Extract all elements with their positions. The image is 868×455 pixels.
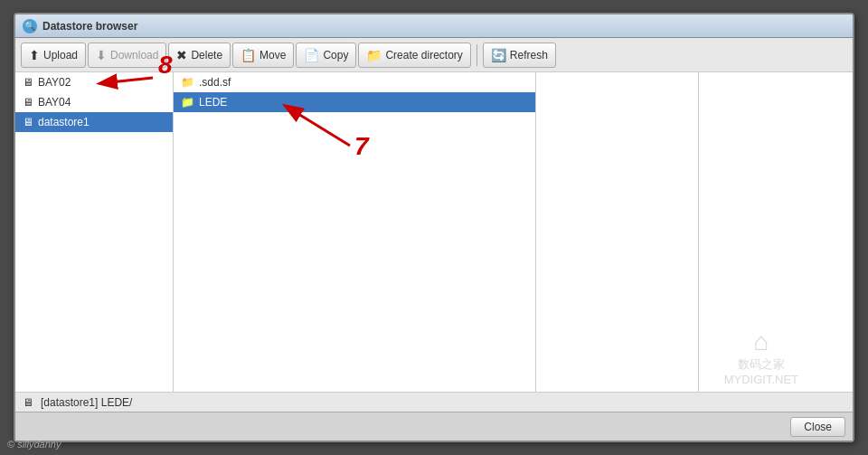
sdd-sf-label: .sdd.sf xyxy=(199,76,231,89)
status-bar: 🖥 [datastore1] LEDE/ xyxy=(15,392,853,412)
window-icon: 🔍 xyxy=(23,19,37,33)
refresh-button[interactable]: 🔄 Refresh xyxy=(483,43,556,68)
datastore1-label: datastore1 xyxy=(38,116,90,128)
upload-icon: ⬆ xyxy=(29,49,40,62)
move-icon: 📋 xyxy=(241,49,256,62)
window-title: Datastore browser xyxy=(42,20,137,33)
upload-label: Upload xyxy=(43,49,78,62)
tree-item-bay04[interactable]: 🖥 BAY04 xyxy=(15,92,173,112)
status-text: [datastore1] LEDE/ xyxy=(41,396,132,409)
refresh-icon: 🔄 xyxy=(491,49,506,62)
right-panel: 📁 .sdd.sf 📁 LEDE xyxy=(174,72,853,392)
delete-button[interactable]: ✖ Delete xyxy=(168,43,231,68)
move-label: Move xyxy=(259,49,286,62)
title-bar: 🔍 Datastore browser xyxy=(15,14,853,38)
lede-label: LEDE xyxy=(199,96,227,109)
copyright: © sillydanny xyxy=(7,439,61,450)
copy-icon: 📄 xyxy=(304,49,319,62)
bay02-label: BAY02 xyxy=(38,76,71,89)
sdd-sf-icon: 📁 xyxy=(181,76,194,89)
create-dir-icon: 📁 xyxy=(366,49,382,62)
create-directory-button[interactable]: 📁 Create directory xyxy=(358,43,470,68)
create-dir-label: Create directory xyxy=(385,49,462,62)
move-button[interactable]: 📋 Move xyxy=(232,43,294,68)
bottom-bar: Close xyxy=(15,412,853,441)
file-item-lede[interactable]: 📁 LEDE xyxy=(174,92,535,112)
left-panel: 🖥 BAY02 🖥 BAY04 🖥 datastore1 xyxy=(15,72,174,392)
empty-panel-1 xyxy=(536,72,699,392)
refresh-label: Refresh xyxy=(510,49,548,62)
download-label: Download xyxy=(110,49,158,62)
lede-icon: 📁 xyxy=(181,96,194,109)
toolbar: ⬆ Upload ⬇ Download ✖ Delete 📋 Move 📄 Co… xyxy=(15,38,853,72)
tree-item-datastore1[interactable]: 🖥 datastore1 xyxy=(15,112,173,132)
empty-panel-2 xyxy=(699,72,853,392)
copy-button[interactable]: 📄 Copy xyxy=(296,43,356,68)
bay04-icon: 🖥 xyxy=(23,96,33,109)
content-area: 🖥 BAY02 🖥 BAY04 🖥 datastore1 📁 .sdd.sf 📁 xyxy=(15,72,853,392)
tree-item-bay02[interactable]: 🖥 BAY02 xyxy=(15,72,173,92)
file-item-sdd-sf[interactable]: 📁 .sdd.sf xyxy=(174,72,535,92)
copy-label: Copy xyxy=(323,49,348,62)
status-icon: 🖥 xyxy=(23,396,33,409)
toolbar-separator xyxy=(476,44,477,66)
upload-button[interactable]: ⬆ Upload xyxy=(21,43,86,68)
close-button[interactable]: Close xyxy=(790,417,845,437)
datastore1-icon: 🖥 xyxy=(23,116,33,128)
file-panel: 📁 .sdd.sf 📁 LEDE xyxy=(174,72,536,392)
bay02-icon: 🖥 xyxy=(23,76,33,89)
download-icon: ⬇ xyxy=(96,49,107,62)
download-button[interactable]: ⬇ Download xyxy=(88,43,166,68)
bay04-label: BAY04 xyxy=(38,96,71,109)
delete-icon: ✖ xyxy=(176,49,187,62)
delete-label: Delete xyxy=(191,49,222,62)
